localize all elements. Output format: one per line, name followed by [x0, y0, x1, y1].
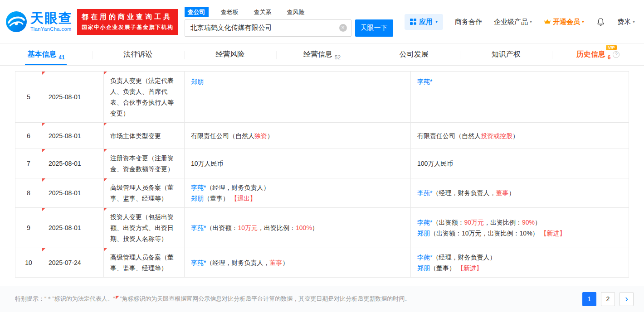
link-enterprise-products[interactable]: 企业级产品▾	[494, 18, 532, 26]
vip-upgrade-link[interactable]: 开通会员 ▾	[544, 18, 584, 26]
row-number: 8	[15, 178, 42, 208]
user-menu[interactable]: 费米▾	[617, 18, 635, 26]
cell-text: 100万人民币	[417, 160, 453, 167]
tab-badge: 41	[59, 54, 64, 61]
tab-badge: 52	[335, 54, 341, 61]
vip-label: 开通会员	[553, 18, 580, 26]
cell-text: 10万人民币	[191, 160, 224, 167]
search-input-wrap: ×	[185, 19, 351, 37]
chevron-down-icon: ▾	[435, 19, 438, 24]
footer: 特别提示：“＊”标识的为法定代表人。“”角标标识的为天眼查根据官网公示信息对比分…	[0, 286, 644, 312]
change-record-row: 102025-07-24高级管理人员备案（董事、监事、经理等）李莼*（经理，财务…	[15, 248, 629, 278]
person-link[interactable]: 郑朋	[191, 195, 204, 202]
tab-intellectual-property[interactable]: 知识产权	[460, 44, 552, 65]
highlight-text: 90%	[522, 219, 535, 226]
person-link[interactable]: 李莼*	[191, 184, 206, 191]
search-tab-relation[interactable]: 查关系	[251, 7, 275, 17]
cell-text: ）	[267, 132, 273, 139]
cell-text: （董事）	[430, 264, 457, 272]
cell-text: ）	[312, 224, 318, 231]
person-link[interactable]: 李莼*	[191, 224, 206, 231]
change-date: 2025-08-01	[42, 178, 104, 208]
tab-label: 基本信息	[27, 50, 56, 59]
change-type: 高级管理人员备案（董事、监事、经理等）	[104, 248, 185, 278]
cell-text: ，出资比例：	[258, 224, 296, 231]
page-button-1[interactable]: 1	[582, 292, 596, 306]
highlight-text: 【退出】	[231, 195, 256, 202]
user-name: 费米	[617, 18, 631, 26]
person-link[interactable]: 郑朋	[417, 264, 430, 272]
next-page-button[interactable]: ›	[620, 292, 634, 306]
cell-text: 有限责任公司（自然人	[191, 132, 254, 139]
slogan-line2: 国家中小企业发展子基金旗下机构	[82, 24, 174, 31]
tab-history-info[interactable]: 历史信息VIP6?	[552, 44, 644, 65]
after-change: 李莼*	[411, 72, 629, 123]
footnote: 特别提示：“＊”标识的为法定代表人。“”角标标识的为天眼查根据官网公示信息对比分…	[15, 295, 410, 303]
cell-text: （董事）	[204, 195, 231, 202]
logo-domain-text: TianYanCha.com	[30, 27, 73, 32]
tab-label: 经营风险	[215, 50, 244, 59]
pagination: 12›	[582, 292, 634, 306]
tab-basic-info[interactable]: 基本信息41	[0, 44, 92, 65]
person-link[interactable]: 李莼*	[417, 219, 432, 226]
search-input[interactable]	[185, 19, 351, 37]
crown-icon	[544, 19, 551, 25]
person-link[interactable]: 李莼*	[417, 254, 432, 261]
highlight-text: 90万元	[464, 219, 484, 226]
page-button-2[interactable]: 2	[601, 292, 615, 306]
link-label: 商务合作	[455, 18, 482, 26]
notification-bell-icon[interactable]	[596, 17, 605, 27]
footnote-text-2: ”角标标识的为天眼查根据官网公示信息对比分析后平台计算的数据，其变更日期是对比分…	[120, 295, 410, 302]
cell-text: ）	[508, 189, 515, 197]
change-date: 2025-08-01	[42, 149, 104, 178]
cell-text: 有限责任公司（自然人	[417, 132, 481, 139]
person-link[interactable]: 郑朋	[191, 78, 204, 85]
change-records-table: 52025-08-01负责人变更（法定代表人、负责人、首席代表、合伙事务执行人等…	[15, 71, 629, 278]
link-label: 企业级产品	[494, 18, 528, 26]
highlight-text: 100%	[296, 224, 312, 231]
tab-label: 知识产权	[492, 50, 521, 59]
before-change: 李莼*（出资额：10万元，出资比例：100%）	[185, 208, 411, 248]
after-change: 有限责任公司（自然人投资或控股）	[411, 123, 629, 149]
before-change: 有限责任公司（自然人独资）	[185, 123, 411, 149]
change-record-row: 72025-08-01注册资本变更（注册资金、资金数额等变更）10万人民币100…	[15, 149, 629, 178]
tab-company-development[interactable]: 公司发展	[368, 44, 460, 65]
change-type: 注册资本变更（注册资金、资金数额等变更）	[104, 149, 185, 178]
after-change: 李莼*（出资额：90万元，出资比例：90%）郑朋（出资额：10万元，出资比例：1…	[411, 208, 629, 248]
cell-text: （经理，财务负责人，	[206, 259, 269, 266]
search-tab-risk[interactable]: 查风险	[284, 7, 308, 17]
cell-text: ）	[512, 132, 519, 139]
tab-legal-proceedings[interactable]: 法律诉讼	[92, 44, 184, 65]
cell-text: （经理，财务负责人）	[432, 254, 496, 261]
person-link[interactable]: 李莼*	[191, 259, 206, 266]
row-number: 10	[15, 248, 42, 278]
before-change: 李莼*（经理，财务负责人）郑朋（董事） 【退出】	[185, 178, 411, 208]
tab-operating-risk[interactable]: 经营风险	[184, 44, 276, 65]
cell-text: （经理，财务负责人）	[206, 184, 269, 191]
page: 天眼查 TianYanCha.com 都在用的商业查询工具 国家中小企业发展子基…	[0, 0, 644, 312]
person-link[interactable]: 李莼*	[417, 78, 432, 85]
before-change: 李莼*（经理，财务负责人，董事）	[185, 248, 411, 278]
link-business-cooperation[interactable]: 商务合作	[455, 18, 482, 26]
apps-menu[interactable]: 应用 ▾	[405, 14, 443, 30]
search-button[interactable]: 天眼一下	[355, 19, 393, 37]
row-number: 5	[15, 72, 42, 123]
change-date: 2025-08-01	[42, 123, 104, 149]
search-tab-boss[interactable]: 查老板	[218, 7, 242, 17]
cell-text: ）	[282, 259, 288, 266]
slogan-line1: 都在用的商业查询工具	[82, 13, 174, 21]
tab-business-info[interactable]: 经营信息52	[276, 44, 368, 65]
after-change: 100万人民币	[411, 149, 629, 178]
person-link[interactable]: 李莼*	[417, 189, 432, 197]
cell-text: （出资额：	[206, 224, 238, 231]
grid-icon	[410, 19, 416, 25]
tianyancha-logo[interactable]: 天眼查 TianYanCha.com	[5, 11, 73, 33]
clear-search-icon[interactable]: ×	[339, 24, 347, 32]
search-type-tabs: 查公司查老板查关系查风险	[185, 7, 393, 17]
person-link[interactable]: 郑朋	[417, 230, 430, 237]
search-tab-company[interactable]: 查公司	[185, 7, 209, 17]
change-date: 2025-07-24	[42, 248, 104, 278]
section-tabbar: 基本信息41法律诉讼经营风险经营信息52公司发展知识产权历史信息VIP6?	[0, 43, 644, 66]
highlight-text: 10万元	[238, 224, 258, 231]
help-icon[interactable]: ?	[613, 51, 620, 58]
